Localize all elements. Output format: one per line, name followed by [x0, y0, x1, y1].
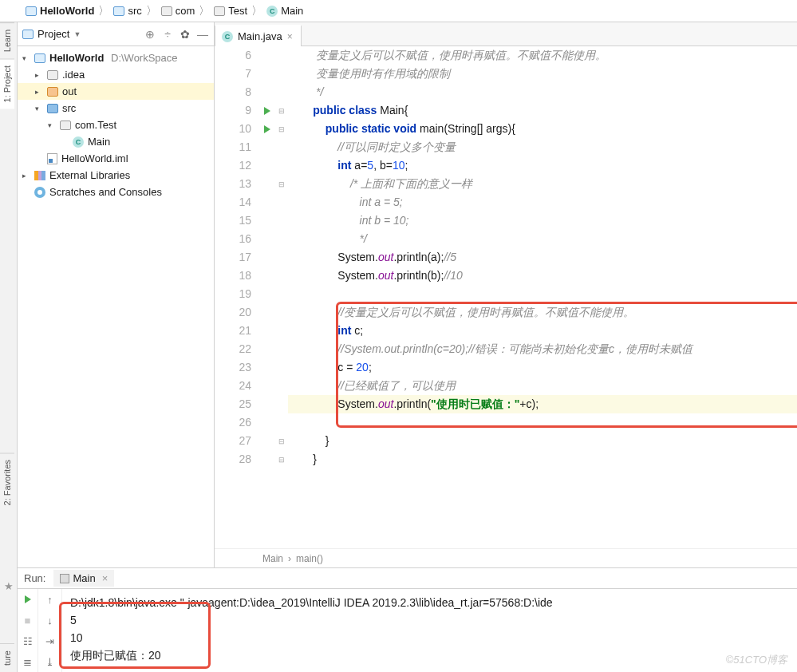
tab-favorites[interactable]: 2: Favorites	[0, 453, 14, 512]
close-tab-icon[interactable]: ×	[287, 31, 293, 42]
tree-node[interactable]: ▾src	[18, 100, 214, 117]
gutter-run-icon[interactable]	[264, 125, 270, 133]
tree-node[interactable]: ▸External Libraries	[18, 167, 214, 184]
breadcrumb-item[interactable]: Test	[214, 5, 247, 17]
tree-node[interactable]: HelloWorld.iml	[18, 150, 214, 167]
watermark: ©51CTO博客	[726, 653, 787, 667]
breadcrumb: HelloWorld〉src〉com〉Test〉CMain	[0, 0, 797, 22]
layout-icon[interactable]: ☷	[18, 630, 37, 651]
breadcrumb-item[interactable]: HelloWorld	[26, 5, 94, 17]
tab-learn[interactable]: Learn	[0, 22, 14, 58]
tree-node[interactable]: ▾HelloWorld D:\WorkSpace	[18, 49, 214, 66]
tab-project[interactable]: 1: Project	[0, 58, 14, 109]
run-tab-main[interactable]: Main ×	[53, 570, 114, 587]
gear-icon[interactable]: ✿	[179, 28, 191, 41]
run-panel: Run: Main × ■ ☷ ≣ ↑ ↓ ⇥ ⤓ D:\jdk1.8\	[18, 567, 797, 672]
wrap-icon[interactable]: ⇥	[38, 630, 61, 651]
divide-icon[interactable]: ÷	[161, 28, 174, 41]
tab-structure[interactable]: ture	[0, 643, 14, 672]
editor-breadcrumb[interactable]: Main›main()	[215, 548, 797, 567]
tool-row: Project ▼ ⊕ ÷ ✿ — C Main.java ×	[18, 22, 797, 46]
project-icon	[22, 30, 34, 39]
run-toolbar-left: ■ ☷ ≣	[18, 589, 38, 672]
gutter-run-icon[interactable]	[264, 107, 270, 115]
left-tool-rail: Learn 1: Project 2: Favorites ★ ture	[0, 22, 18, 672]
editor-tab-main[interactable]: C Main.java ×	[215, 25, 302, 46]
java-class-icon: C	[222, 31, 233, 42]
run-toolbar-2: ↑ ↓ ⇥ ⤓	[38, 589, 62, 672]
tree-node[interactable]: CMain	[18, 133, 214, 150]
run-label: Run:	[24, 572, 45, 584]
console-output[interactable]: D:\jdk1.8\bin\java.exe "-javaagent:D:\id…	[62, 589, 797, 672]
tree-node[interactable]: ▾com.Test	[18, 117, 214, 133]
minimize-icon[interactable]: —	[196, 28, 209, 41]
breadcrumb-item[interactable]: src	[113, 5, 141, 17]
down-icon[interactable]: ↓	[38, 610, 61, 630]
breadcrumb-item[interactable]: CMain	[266, 5, 303, 17]
project-panel-label[interactable]: Project ▼	[22, 28, 81, 40]
breadcrumb-item[interactable]: com	[161, 5, 195, 17]
project-tree[interactable]: ▾HelloWorld D:\WorkSpace▸.idea▸out▾src▾c…	[18, 46, 215, 567]
target-icon[interactable]: ⊕	[144, 28, 156, 41]
debug-icon[interactable]: ≣	[18, 651, 37, 672]
tree-node[interactable]: ▸.idea	[18, 66, 214, 83]
stop-indicator[interactable]: ■	[18, 610, 37, 630]
tree-node[interactable]: ▸out	[18, 83, 214, 100]
tree-node[interactable]: Scratches and Consoles	[18, 184, 214, 200]
up-icon[interactable]: ↑	[38, 589, 61, 610]
code-editor[interactable]: 6789101112131415161718192021222324252627…	[215, 46, 797, 548]
scroll-icon[interactable]: ⤓	[38, 651, 61, 672]
run-button[interactable]	[18, 589, 37, 610]
